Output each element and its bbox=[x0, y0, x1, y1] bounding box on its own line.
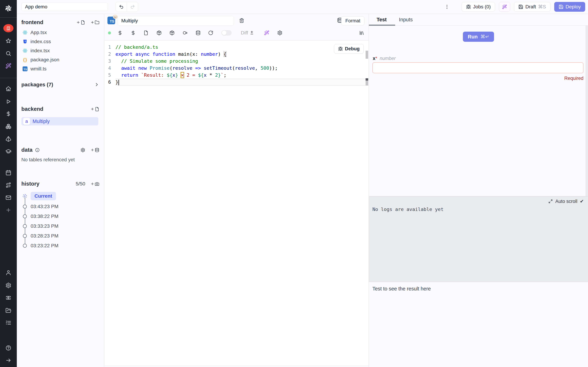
flows-button[interactable] bbox=[0, 182, 17, 188]
code-line[interactable]: 2export async function main(x: number) { bbox=[105, 51, 369, 58]
format-button[interactable]: Format bbox=[341, 16, 364, 25]
pinwheel-icon bbox=[4, 4, 13, 13]
file-item-package-json[interactable]: { }package.json bbox=[21, 55, 99, 64]
add-folder-button[interactable] bbox=[90, 20, 99, 25]
debug-button[interactable]: Debug bbox=[334, 44, 364, 53]
code-line[interactable]: 1// backend/a.ts bbox=[105, 44, 369, 51]
folders-button[interactable] bbox=[0, 308, 17, 314]
deploy-button[interactable]: Deploy bbox=[554, 2, 585, 12]
users-button[interactable] bbox=[0, 270, 17, 275]
check-icon: ✔ bbox=[580, 199, 584, 204]
run-button[interactable]: Run⌘↵ bbox=[463, 32, 494, 42]
schedules-button[interactable] bbox=[0, 170, 17, 176]
contextvar-icon[interactable] bbox=[130, 30, 136, 35]
file-icon[interactable] bbox=[143, 30, 148, 35]
plug-icon[interactable] bbox=[182, 30, 188, 35]
variables-button[interactable] bbox=[0, 111, 17, 117]
history-entry: 03:28:23 PM bbox=[21, 231, 99, 241]
file-item-index-css[interactable]: 3index.css bbox=[21, 37, 99, 46]
script-name-input[interactable] bbox=[118, 16, 234, 26]
wand-icon[interactable] bbox=[264, 30, 269, 35]
scrollbar-cursor-mark bbox=[366, 78, 368, 81]
undo-button[interactable] bbox=[116, 2, 127, 12]
database-icon[interactable] bbox=[196, 30, 201, 35]
add-file-button[interactable] bbox=[76, 20, 85, 25]
expand-icon[interactable] bbox=[548, 199, 553, 204]
args-scrollbar[interactable] bbox=[586, 26, 588, 196]
x-number-input[interactable] bbox=[372, 62, 583, 73]
code-line[interactable]: 6} bbox=[105, 79, 369, 86]
diff-icon[interactable] bbox=[249, 30, 254, 35]
gear-icon[interactable] bbox=[277, 30, 282, 35]
backend-title: backend bbox=[21, 106, 43, 112]
runs-button[interactable] bbox=[0, 99, 17, 105]
history-time[interactable]: 03:38:22 PM bbox=[31, 214, 59, 219]
jobs-button[interactable]: Jobs (0) bbox=[462, 2, 495, 12]
file-item-app-tsx[interactable]: App.tsx bbox=[21, 28, 99, 37]
help-button[interactable] bbox=[0, 345, 17, 351]
variables-icon[interactable] bbox=[117, 30, 123, 35]
add-snapshot-button[interactable] bbox=[90, 182, 99, 186]
expand-rail-button[interactable] bbox=[0, 357, 17, 363]
rail-divider bbox=[0, 17, 17, 18]
workers-button[interactable] bbox=[0, 295, 17, 301]
add-button[interactable] bbox=[0, 207, 17, 213]
tab-test[interactable]: Test bbox=[377, 17, 387, 23]
editor-scrollbar[interactable] bbox=[366, 40, 368, 366]
redo-button[interactable] bbox=[127, 2, 138, 12]
mail-button[interactable] bbox=[0, 195, 17, 201]
data-empty-text: No tables referenced yet bbox=[21, 157, 99, 163]
packages-row[interactable]: packages (7) bbox=[21, 80, 99, 89]
logs-list-button[interactable] bbox=[0, 320, 17, 326]
draft-button[interactable]: Draft⌘S bbox=[514, 2, 550, 12]
add-database-button[interactable] bbox=[90, 148, 99, 152]
library-icon[interactable] bbox=[359, 30, 364, 35]
plus-icon bbox=[90, 20, 94, 24]
code-line[interactable]: 5 return `Result: ${x} × 2 = ${x * 2}`; bbox=[105, 72, 369, 79]
history-time[interactable]: 03:28:23 PM bbox=[31, 233, 59, 239]
workspace-button[interactable] bbox=[0, 24, 17, 32]
refresh-icon[interactable] bbox=[208, 30, 213, 35]
app-name-input[interactable] bbox=[21, 3, 108, 11]
backend-section-header: backend bbox=[21, 106, 99, 112]
diff-toggle[interactable] bbox=[221, 30, 232, 35]
resources-button[interactable] bbox=[0, 124, 17, 130]
logs-panel: Auto scroll ✔ No logs are available yet bbox=[369, 196, 588, 282]
script-badge: a bbox=[23, 118, 30, 125]
package-icon[interactable] bbox=[169, 30, 175, 35]
history-current-button[interactable]: Current bbox=[31, 192, 56, 200]
code-line[interactable]: 3 // Simulate some processing bbox=[105, 58, 369, 65]
ai-wand-button[interactable] bbox=[0, 63, 17, 69]
history-time[interactable]: 03:33:23 PM bbox=[31, 223, 59, 229]
ai-assistant-button[interactable] bbox=[499, 2, 510, 12]
favorites-button[interactable] bbox=[0, 38, 17, 44]
plus-icon bbox=[90, 148, 94, 152]
tab-inputs[interactable]: Inputs bbox=[399, 17, 413, 23]
search-button[interactable] bbox=[0, 50, 17, 57]
script-item-multiply[interactable]: a Multiply bbox=[21, 117, 98, 125]
history-entry: 03:23:22 PM bbox=[21, 241, 99, 250]
home-button[interactable] bbox=[0, 86, 17, 92]
code-editor[interactable]: 1// backend/a.ts2export async function m… bbox=[105, 40, 369, 366]
add-script-button[interactable] bbox=[90, 107, 99, 111]
code-line[interactable]: 4 await new Promise(resolve => setTimeou… bbox=[105, 65, 369, 72]
history-time[interactable]: 03:23:22 PM bbox=[31, 243, 59, 249]
settings-button[interactable] bbox=[0, 283, 17, 288]
file-item-wmill-ts[interactable]: TSwmill.ts bbox=[21, 64, 99, 73]
learn-button[interactable] bbox=[0, 148, 17, 154]
autoscroll-label[interactable]: Auto scroll bbox=[555, 199, 577, 204]
more-menu-button[interactable] bbox=[443, 3, 450, 11]
triggers-button[interactable] bbox=[0, 136, 17, 142]
scrollbar-thumb[interactable] bbox=[366, 51, 368, 59]
dollar-icon bbox=[5, 111, 11, 117]
field-name: x bbox=[373, 56, 375, 61]
history-time[interactable]: 03:43:23 PM bbox=[31, 204, 59, 209]
bug-icon bbox=[338, 47, 343, 51]
data-settings-button[interactable] bbox=[80, 148, 85, 152]
file-item-index-tsx[interactable]: index.tsx bbox=[21, 46, 99, 55]
timeline-dot bbox=[23, 194, 27, 198]
package-icon[interactable] bbox=[156, 30, 162, 35]
delete-script-button[interactable] bbox=[239, 18, 246, 25]
info-icon bbox=[35, 148, 40, 152]
field-label: x*number bbox=[373, 56, 396, 61]
